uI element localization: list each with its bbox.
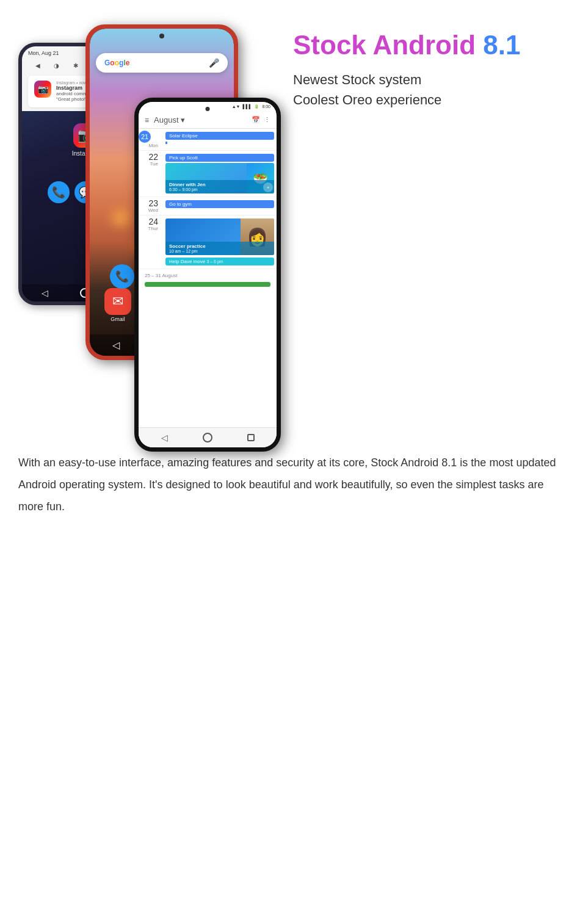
subtitle: Newest Stock system Coolest Oreo experie… xyxy=(293,70,562,110)
microphone-icon[interactable]: 🎤 xyxy=(209,58,219,68)
phones-area: Mon, Aug 21 ⚙ ˅ ◀ ◑ ✱ 🔕 ✂ ☐ 📷 xyxy=(18,24,281,427)
day-24-number: 24 xyxy=(139,217,158,226)
phone-3-home[interactable] xyxy=(203,433,212,442)
instagram-notif-icon: 📷 xyxy=(34,81,51,98)
event-pickup-scott[interactable]: Pick up Scott xyxy=(165,154,274,162)
google-logo: Google xyxy=(104,59,129,67)
event-help-dave[interactable]: Help Dave move 3 – 6 pm xyxy=(165,258,274,265)
calendar-row-22: 22 Tue Pick up Scott 🥗 xyxy=(139,151,277,197)
calendar-row-24: 24 Thur 👩 Soccer pra xyxy=(139,215,277,269)
title-stock-android: Stock Android xyxy=(293,30,483,60)
day-21-name: Mon xyxy=(139,143,158,148)
event-overlay: Dinner with Jen 6:30 – 9:00 pm xyxy=(165,180,274,193)
day-21-label: 21 Mon xyxy=(139,131,163,148)
phone-icon: 📞 xyxy=(48,181,70,203)
back-button[interactable]: ◁ xyxy=(42,288,48,298)
right-text: Stock Android 8.1 Newest Stock system Co… xyxy=(293,24,562,110)
brightness-icon: ◑ xyxy=(51,60,62,71)
calendar-more-icon[interactable]: ⋮ xyxy=(264,116,270,124)
dinner-title: Dinner with Jen xyxy=(169,182,270,187)
status-right: ▲▼ ▌▌▌ 🔋 8:00 xyxy=(232,104,270,109)
event-continuation xyxy=(165,142,274,144)
subtitle-line1: Newest Stock system xyxy=(293,72,421,87)
signal-status: ▌▌▌ xyxy=(242,104,252,109)
phone-1-date: Mon, Aug 21 xyxy=(28,50,59,56)
event-add-btn[interactable]: + xyxy=(263,182,273,192)
phone-2-back[interactable]: ◁ xyxy=(112,339,120,351)
day-23-events: Go to gym xyxy=(163,199,277,213)
google-search-bar[interactable]: Google 🎤 xyxy=(96,53,228,73)
day-22-label: 22 Tue xyxy=(139,153,163,195)
bluetooth-icon: ✱ xyxy=(70,60,81,71)
event-solar-eclipse[interactable]: Solar Eclipse xyxy=(165,132,274,140)
day-24-name: Thur xyxy=(139,226,158,231)
day-22-events: Pick up Scott 🥗 Dinner with Jen 6:30 – 9… xyxy=(163,153,277,195)
calendar-header: ≡ August ▾ 📅 ⋮ xyxy=(139,112,277,129)
day-23-label: 23 Wed xyxy=(139,199,163,213)
time-status: 8:00 xyxy=(262,104,270,109)
battery-status: 🔋 xyxy=(254,104,259,109)
day-24-label: 24 Thur xyxy=(139,217,163,267)
calendar-month[interactable]: August ▾ xyxy=(154,115,252,125)
wifi-status: ▲▼ xyxy=(232,104,241,109)
bokeh-1 xyxy=(111,209,129,227)
wifi-icon: ◀ xyxy=(32,60,43,71)
calendar-grid-icon[interactable]: 📅 xyxy=(252,116,260,124)
phone-2-camera xyxy=(159,34,164,38)
bottom-section: With an easy-to-use interface, amazing f… xyxy=(18,452,562,518)
phone-3-recents[interactable] xyxy=(247,434,255,441)
calendar-row-21: 21 Mon Solar Eclipse xyxy=(139,129,277,151)
event-soccer[interactable]: 👩 Soccer practice 10 am – 12 pm xyxy=(165,218,274,255)
calendar-row-23: 23 Wed Go to gym xyxy=(139,197,277,215)
day-23-name: Wed xyxy=(139,208,158,213)
main-title: Stock Android 8.1 xyxy=(293,31,562,60)
event-dinner-jen[interactable]: 🥗 Dinner with Jen 6:30 – 9:00 pm + xyxy=(165,163,274,193)
calendar-toolbar: 📅 ⋮ xyxy=(252,116,270,124)
phone-3-back[interactable]: ◁ xyxy=(161,433,168,442)
phone-3: ▲▼ ▌▌▌ 🔋 8:00 ≡ August ▾ 📅 ⋮ xyxy=(134,98,281,452)
week-label: 25 – 31 August xyxy=(139,269,277,282)
day-21-events: Solar Eclipse xyxy=(163,131,277,148)
phone-3-nav: ◁ xyxy=(139,427,277,447)
day-22-name: Tue xyxy=(139,161,158,167)
subtitle-line2: Coolest Oreo experience xyxy=(293,92,441,107)
week-bar xyxy=(145,282,270,287)
dinner-time: 6:30 – 9:00 pm xyxy=(169,187,270,192)
day-22-number: 22 xyxy=(139,153,158,161)
gmail-label: Gmail xyxy=(104,316,131,322)
event-go-to-gym[interactable]: Go to gym xyxy=(165,200,274,208)
description-paragraph: With an easy-to-use interface, amazing f… xyxy=(18,452,562,518)
phone-2-phone-icon: 📞 xyxy=(110,264,134,289)
phone-3-camera xyxy=(206,107,210,111)
day-21-number: 21 xyxy=(139,131,151,143)
calendar-body: 21 Mon Solar Eclipse 22 xyxy=(139,129,277,287)
gmail-app[interactable]: ✉ Gmail xyxy=(104,288,131,322)
hamburger-menu[interactable]: ≡ xyxy=(145,116,149,125)
phone-3-screen: ▲▼ ▌▌▌ 🔋 8:00 ≡ August ▾ 📅 ⋮ xyxy=(139,102,277,447)
soccer-title: Soccer practice xyxy=(169,244,270,249)
description-text: With an easy-to-use interface, amazing f… xyxy=(18,452,562,518)
day-24-events: 👩 Soccer practice 10 am – 12 pm Help Dav… xyxy=(163,217,277,267)
help-dave-time: 3 – 6 pm xyxy=(206,259,223,264)
gmail-icon: ✉ xyxy=(104,288,131,315)
page-container: Mon, Aug 21 ⚙ ˅ ◀ ◑ ✱ 🔕 ✂ ☐ 📷 xyxy=(0,0,580,554)
soccer-time: 10 am – 12 pm xyxy=(169,249,270,253)
top-section: Mon, Aug 21 ⚙ ˅ ◀ ◑ ✱ 🔕 ✂ ☐ 📷 xyxy=(18,24,562,427)
day-23-number: 23 xyxy=(139,199,158,208)
title-version: 8.1 xyxy=(483,30,520,60)
soccer-overlay: Soccer practice 10 am – 12 pm xyxy=(165,242,274,255)
